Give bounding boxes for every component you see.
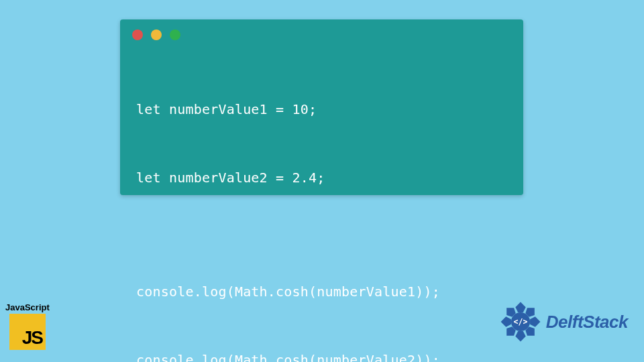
code-line: console.log(Math.cosh(numberValue2));	[136, 349, 507, 362]
javascript-badge: JavaScript JS	[5, 302, 50, 350]
delftstack-badge: </> DelftStack	[499, 300, 628, 343]
svg-text:</>: </>	[513, 317, 527, 326]
code-body: let numberValue1 = 10; let numberValue2 …	[120, 43, 523, 362]
javascript-logo-text: JS	[22, 327, 42, 349]
close-icon[interactable]	[132, 29, 143, 40]
code-window: let numberValue1 = 10; let numberValue2 …	[120, 19, 523, 195]
minimize-icon[interactable]	[151, 29, 162, 40]
delftstack-text: DelftStack	[546, 312, 628, 333]
window-controls	[120, 19, 523, 43]
javascript-logo-icon: JS	[9, 314, 46, 350]
maximize-icon[interactable]	[170, 29, 180, 40]
code-line: console.log(Math.cosh(numberValue1));	[136, 280, 507, 303]
delftstack-logo-icon: </>	[499, 300, 542, 343]
code-line: let numberValue2 = 2.4;	[136, 166, 507, 189]
code-line: let numberValue1 = 10;	[136, 98, 507, 121]
javascript-label: JavaScript	[5, 302, 50, 312]
